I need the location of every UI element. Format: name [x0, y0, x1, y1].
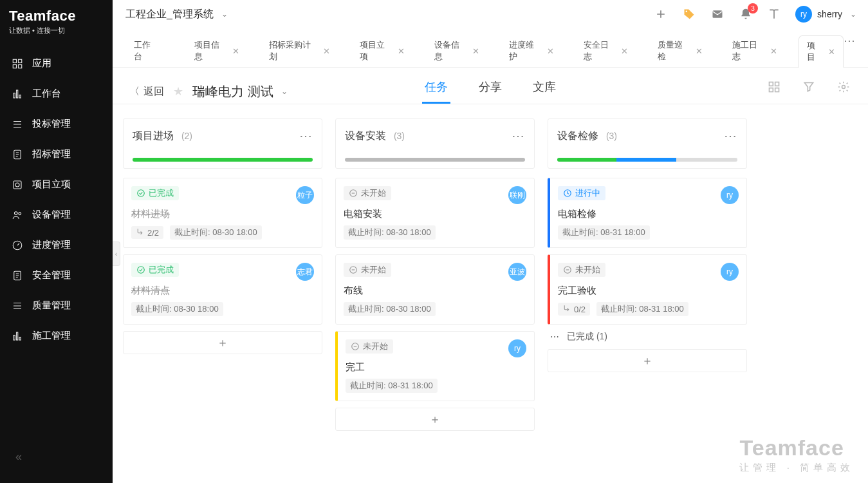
column: 项目进场 (2)⋯已完成粒子材料进场2/2截止时间: 08-30 18:00已完…	[123, 118, 322, 431]
svg-point-9	[15, 183, 19, 187]
column-menu-icon[interactable]: ⋯	[299, 128, 313, 144]
sidebar-item-招标管理[interactable]: 招标管理	[0, 139, 113, 169]
people-icon	[12, 209, 23, 221]
sidebar-item-质量管理[interactable]: 质量管理	[0, 290, 113, 321]
tab-项目[interactable]: 项目✕	[799, 35, 844, 68]
add-card-button[interactable]: ＋	[123, 331, 322, 354]
sidebar-item-label: 安全管理	[32, 269, 71, 281]
status-badge: 进行中	[558, 186, 605, 200]
meta-badge: 截止时间: 08-31 18:00	[558, 225, 650, 240]
svg-rect-19	[770, 82, 773, 86]
logo: Teamface 让数据 • 连接一切	[0, 0, 113, 42]
done-summary[interactable]: ⋯已完成 (1)	[548, 331, 747, 343]
task-card[interactable]: 未开始亚波布线截止时间: 08-30 18:00	[335, 254, 535, 325]
tab-施工日志[interactable]: 施工日志✕	[724, 35, 786, 67]
close-icon[interactable]: ✕	[232, 46, 239, 56]
status-badge: 已完成	[131, 186, 179, 200]
filter-icon[interactable]	[801, 79, 817, 95]
card-meta: 截止时间: 08-31 18:00	[558, 225, 739, 240]
user-menu[interactable]: ry sherry ⌄	[795, 6, 856, 23]
task-card[interactable]: 已完成志君材料清点截止时间: 08-30 18:00	[123, 254, 322, 325]
collapse-sidebar-button[interactable]: «	[15, 450, 22, 464]
card-meta: 截止时间: 08-30 18:00	[344, 225, 526, 240]
column-menu-icon[interactable]: ⋯	[512, 128, 525, 144]
column-title: 设备安装	[345, 130, 386, 141]
tab-label: 设备信息	[434, 39, 467, 62]
add-icon[interactable]	[654, 7, 668, 21]
page-tab-分享[interactable]: 分享	[476, 79, 504, 104]
sidebar-item-进度管理[interactable]: 进度管理	[0, 230, 113, 260]
star-icon[interactable]: ★	[173, 84, 183, 99]
tab-label: 招标采购计划	[269, 39, 318, 62]
list-icon	[12, 118, 23, 130]
close-icon[interactable]: ✕	[696, 46, 703, 56]
tab-进度维护[interactable]: 进度维护✕	[501, 35, 562, 67]
meta-badge: 截止时间: 08-30 18:00	[170, 225, 262, 240]
tab-工作台[interactable]: 工作台	[125, 35, 167, 67]
page-tab-文库[interactable]: 文库	[530, 79, 559, 104]
task-card[interactable]: 未开始ry完工验收0/2截止时间: 08-31 18:00	[548, 254, 747, 325]
tab-质量巡检[interactable]: 质量巡检✕	[649, 35, 711, 67]
card-list: 已完成粒子材料进场2/2截止时间: 08-30 18:00已完成志君材料清点截止…	[123, 178, 322, 325]
book-icon[interactable]	[767, 7, 781, 21]
column-header: 设备检修 (3)⋯	[548, 118, 747, 169]
column-title: 项目进场	[133, 130, 174, 141]
tab-项目立项[interactable]: 项目立项✕	[351, 35, 413, 67]
svg-rect-18	[713, 10, 723, 18]
card-list: 进行中ry电箱检修截止时间: 08-31 18:00未开始ry完工验收0/2截止…	[548, 178, 747, 325]
add-card-button[interactable]: ＋	[548, 349, 747, 372]
sidebar-item-工作台[interactable]: 工作台	[0, 79, 113, 109]
card-title: 完工验收	[558, 285, 739, 297]
task-card[interactable]: 已完成粒子材料进场2/2截止时间: 08-30 18:00	[123, 178, 322, 248]
close-icon[interactable]: ✕	[323, 46, 330, 56]
close-icon[interactable]: ✕	[472, 46, 479, 56]
column-count: (3)	[606, 131, 617, 141]
sidebar-item-设备管理[interactable]: 设备管理	[0, 200, 113, 230]
sidebar-item-项目立项[interactable]: 项目立项	[0, 169, 113, 200]
card-list: 未开始联刚电箱安装截止时间: 08-30 18:00未开始亚波布线截止时间: 0…	[335, 178, 535, 401]
tab-招标采购计划[interactable]: 招标采购计划✕	[261, 35, 338, 67]
tab-设备信息[interactable]: 设备信息✕	[426, 35, 488, 67]
svg-point-10	[15, 211, 18, 214]
tag-icon[interactable]	[682, 7, 696, 21]
add-card-button[interactable]: ＋	[335, 408, 535, 431]
card-meta: 截止时间: 08-30 18:00	[344, 302, 526, 316]
topbar: 工程企业_管理系统 ⌄ 3 ry sherry ⌄	[113, 0, 868, 28]
tab-安全日志[interactable]: 安全日志✕	[575, 35, 637, 67]
tab-label: 项目信息	[194, 39, 227, 62]
close-icon[interactable]: ✕	[621, 46, 628, 56]
task-card[interactable]: 未开始联刚电箱安装截止时间: 08-30 18:00	[335, 178, 535, 248]
sidebar-item-投标管理[interactable]: 投标管理	[0, 109, 113, 139]
sidebar-item-安全管理[interactable]: 安全管理	[0, 260, 113, 290]
task-card[interactable]: 进行中ry电箱检修截止时间: 08-31 18:00	[548, 178, 747, 248]
mail-icon[interactable]	[710, 7, 725, 21]
close-icon[interactable]: ✕	[547, 46, 554, 56]
page-title[interactable]: 瑞峰电力 测试⌄	[192, 83, 288, 100]
gear-icon[interactable]	[836, 79, 851, 95]
chevron-down-icon: ⌄	[221, 10, 228, 19]
meta-badge: 截止时间: 08-30 18:00	[131, 302, 223, 316]
sidebar-item-施工管理[interactable]: 施工管理	[0, 321, 113, 351]
bell-icon[interactable]: 3	[739, 7, 753, 21]
close-icon[interactable]: ✕	[770, 46, 777, 56]
meta-badge: 截止时间: 08-31 18:00	[346, 379, 438, 393]
column-menu-icon[interactable]: ⋯	[724, 128, 737, 144]
close-icon[interactable]: ✕	[828, 47, 835, 57]
app-title[interactable]: 工程企业_管理系统 ⌄	[125, 8, 228, 21]
close-icon[interactable]: ✕	[398, 46, 405, 56]
card-meta: 截止时间: 08-30 18:00	[131, 302, 314, 316]
tab-项目信息[interactable]: 项目信息✕	[186, 35, 248, 67]
sidebar-item-应用[interactable]: 应用	[0, 48, 113, 79]
assignee-chip: 亚波	[508, 263, 526, 281]
svg-rect-8	[14, 181, 21, 189]
grid-view-icon[interactable]	[766, 79, 782, 95]
svg-rect-0	[13, 59, 16, 62]
card-title: 材料清点	[131, 285, 314, 297]
column: 设备检修 (3)⋯进行中ry电箱检修截止时间: 08-31 18:00未开始ry…	[548, 118, 747, 431]
tabbar-more-icon[interactable]: ⋯	[844, 33, 856, 48]
task-card[interactable]: 未开始ry完工截止时间: 08-31 18:00	[335, 331, 535, 401]
card-title: 电箱安装	[344, 208, 526, 220]
back-button[interactable]: 〈返回	[129, 85, 164, 99]
page-tab-任务[interactable]: 任务	[422, 79, 450, 104]
tab-label: 质量巡检	[658, 39, 690, 62]
